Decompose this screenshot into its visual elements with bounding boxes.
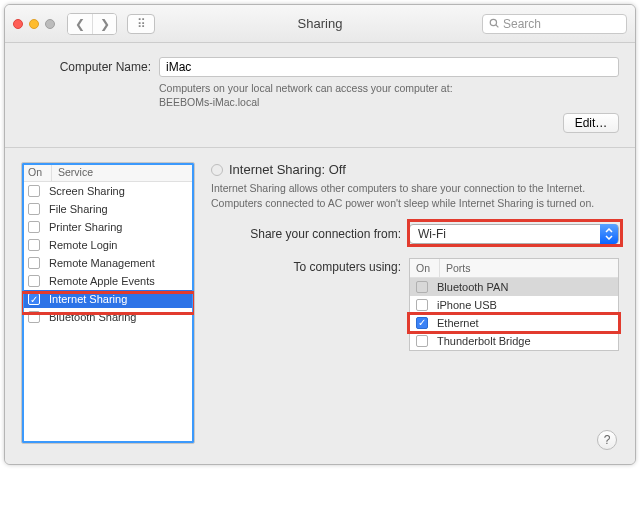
- service-label: Bluetooth Sharing: [49, 311, 136, 323]
- divider: [5, 147, 635, 148]
- zoom-icon: [45, 19, 55, 29]
- service-label: Remote Management: [49, 257, 155, 269]
- services-header: On Service: [22, 163, 194, 182]
- service-row[interactable]: File Sharing: [22, 200, 194, 218]
- service-label: Printer Sharing: [49, 221, 122, 233]
- hint-line-2: BEEBOMs-iMac.local: [159, 96, 259, 108]
- status-radio: [211, 164, 223, 176]
- to-label: To computers using:: [211, 258, 401, 351]
- port-row[interactable]: Thunderbolt Bridge: [410, 332, 618, 350]
- service-checkbox[interactable]: [28, 239, 40, 251]
- search-icon: [489, 17, 499, 31]
- back-button[interactable]: ❮: [68, 14, 92, 34]
- service-checkbox[interactable]: [28, 275, 40, 287]
- detail-title: Internet Sharing: Off: [229, 162, 346, 177]
- ports-header-ports: Ports: [440, 259, 618, 277]
- grid-icon: ⠿: [137, 17, 146, 31]
- minimize-icon[interactable]: [29, 19, 39, 29]
- port-checkbox[interactable]: [416, 281, 428, 293]
- show-all-button[interactable]: ⠿: [127, 14, 155, 34]
- search-input[interactable]: Search: [482, 14, 627, 34]
- ports-header: On Ports: [410, 259, 618, 278]
- detail-description: Internet Sharing allows other computers …: [211, 181, 619, 209]
- services-header-service: Service: [52, 163, 194, 181]
- share-from-value: Wi-Fi: [418, 227, 446, 241]
- service-label: Remote Login: [49, 239, 118, 251]
- service-row[interactable]: Printer Sharing: [22, 218, 194, 236]
- local-network-hint: Computers on your local network can acce…: [159, 81, 619, 109]
- preferences-window: ❮ ❯ ⠿ Sharing Search Computer Name: Comp…: [4, 4, 636, 465]
- computer-name-field[interactable]: [159, 57, 619, 77]
- ports-header-on: On: [410, 259, 440, 277]
- port-label: Thunderbolt Bridge: [437, 335, 531, 347]
- service-row[interactable]: Remote Management: [22, 254, 194, 272]
- service-row[interactable]: ✓Internet Sharing: [22, 290, 194, 308]
- service-row[interactable]: Screen Sharing: [22, 182, 194, 200]
- hint-line-1: Computers on your local network can acce…: [159, 82, 453, 94]
- svg-point-0: [490, 19, 496, 25]
- detail-pane: Internet Sharing: Off Internet Sharing a…: [211, 162, 619, 444]
- service-row[interactable]: Remote Apple Events: [22, 272, 194, 290]
- port-checkbox[interactable]: [416, 299, 428, 311]
- port-row[interactable]: iPhone USB: [410, 296, 618, 314]
- service-checkbox[interactable]: [28, 203, 40, 215]
- services-header-on: On: [22, 163, 52, 181]
- help-button[interactable]: ?: [597, 430, 617, 450]
- port-row[interactable]: Bluetooth PAN: [410, 278, 618, 296]
- port-label: iPhone USB: [437, 299, 497, 311]
- service-row[interactable]: Bluetooth Sharing: [22, 308, 194, 326]
- share-from-row: Share your connection from: Wi-Fi: [211, 224, 619, 244]
- port-label: Ethernet: [437, 317, 479, 329]
- window-controls: [13, 19, 55, 29]
- share-from-select[interactable]: Wi-Fi: [409, 224, 619, 244]
- service-label: Screen Sharing: [49, 185, 125, 197]
- service-label: File Sharing: [49, 203, 108, 215]
- service-label: Remote Apple Events: [49, 275, 155, 287]
- computer-name-label: Computer Name:: [21, 60, 151, 74]
- port-checkbox[interactable]: ✓: [416, 317, 428, 329]
- service-row[interactable]: Remote Login: [22, 236, 194, 254]
- service-label: Internet Sharing: [49, 293, 127, 305]
- ports-row: To computers using: On Ports Bluetooth P…: [211, 258, 619, 351]
- services-list[interactable]: On Service Screen SharingFile SharingPri…: [21, 162, 195, 444]
- close-icon[interactable]: [13, 19, 23, 29]
- port-checkbox[interactable]: [416, 335, 428, 347]
- service-checkbox[interactable]: [28, 221, 40, 233]
- service-checkbox[interactable]: [28, 311, 40, 323]
- svg-line-1: [496, 24, 499, 27]
- forward-button[interactable]: ❯: [92, 14, 116, 34]
- chevron-up-down-icon: [600, 224, 618, 244]
- port-row[interactable]: ✓Ethernet: [410, 314, 618, 332]
- service-checkbox[interactable]: [28, 185, 40, 197]
- share-from-label: Share your connection from:: [211, 227, 401, 241]
- port-label: Bluetooth PAN: [437, 281, 508, 293]
- computer-name-row: Computer Name:: [21, 57, 619, 77]
- main-row: On Service Screen SharingFile SharingPri…: [21, 162, 619, 444]
- ports-list[interactable]: On Ports Bluetooth PANiPhone USB✓Etherne…: [409, 258, 619, 351]
- titlebar: ❮ ❯ ⠿ Sharing Search: [5, 5, 635, 43]
- content: Computer Name: Computers on your local n…: [5, 43, 635, 464]
- nav-back-forward: ❮ ❯: [67, 13, 117, 35]
- service-checkbox[interactable]: ✓: [28, 293, 40, 305]
- search-placeholder: Search: [503, 17, 541, 31]
- edit-button[interactable]: Edit…: [563, 113, 619, 133]
- service-checkbox[interactable]: [28, 257, 40, 269]
